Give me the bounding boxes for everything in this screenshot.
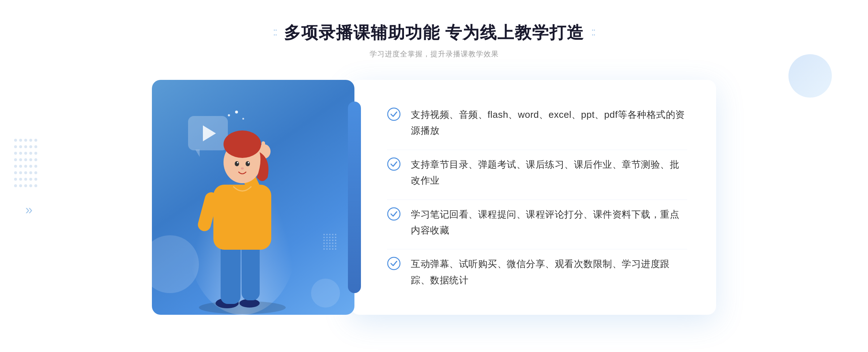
svg-point-38	[29, 184, 32, 187]
main-content: 支持视频、音频、flash、word、excel、ppt、pdf等各种格式的资源…	[152, 80, 716, 315]
svg-point-26	[19, 171, 22, 174]
decorative-circle-top-right	[788, 54, 832, 98]
svg-point-2	[24, 139, 27, 142]
svg-point-15	[14, 158, 17, 161]
illustration-card	[152, 80, 354, 315]
svg-rect-44	[242, 242, 260, 300]
feature-text-2: 支持章节目录、弹题考试、课后练习、课后作业、章节测验、批改作业	[411, 156, 687, 188]
svg-point-11	[19, 152, 22, 155]
svg-point-54	[237, 162, 238, 163]
feature-item-2: 支持章节目录、弹题考试、课后练习、课后作业、章节测验、批改作业	[387, 150, 687, 195]
svg-point-39	[34, 184, 37, 187]
svg-point-8	[29, 145, 32, 148]
check-icon-4	[387, 257, 401, 270]
svg-point-3	[29, 139, 32, 142]
svg-point-18	[29, 158, 32, 161]
check-icon-2	[387, 157, 401, 171]
svg-point-23	[29, 165, 32, 168]
header-dots-left-icon: ⁚⁚	[273, 28, 277, 38]
feature-item-1: 支持视频、音频、flash、word、excel、ppt、pdf等各种格式的资源…	[387, 100, 687, 145]
svg-point-25	[14, 171, 17, 174]
page-title: 多项录播课辅助功能 专为线上教学打造	[284, 22, 584, 44]
svg-point-28	[29, 171, 32, 174]
check-icon-3	[387, 207, 401, 221]
svg-point-17	[24, 158, 27, 161]
svg-point-37	[24, 184, 27, 187]
svg-point-59	[388, 208, 400, 220]
feature-item-3: 学习笔记回看、课程提问、课程评论打分、课件资料下载，重点内容收藏	[387, 199, 687, 245]
svg-point-55	[248, 162, 249, 163]
svg-point-0	[14, 139, 17, 142]
svg-point-1	[19, 139, 22, 142]
svg-point-6	[19, 145, 22, 148]
dot-pattern-left	[13, 137, 38, 204]
check-icon-1	[387, 107, 401, 121]
svg-point-51	[224, 130, 261, 158]
svg-rect-43	[221, 242, 241, 304]
svg-point-22	[24, 165, 27, 168]
svg-point-58	[388, 158, 400, 170]
svg-point-60	[388, 257, 400, 270]
svg-point-14	[34, 152, 37, 155]
svg-point-36	[19, 184, 22, 187]
svg-point-34	[34, 178, 37, 181]
svg-point-12	[24, 152, 27, 155]
feature-item-4: 互动弹幕、试听购买、微信分享、观看次数限制、学习进度跟踪、数据统计	[387, 249, 687, 294]
features-card: 支持视频、音频、flash、word、excel、ppt、pdf等各种格式的资源…	[351, 80, 716, 315]
svg-point-19	[34, 158, 37, 161]
stripe-decoration	[323, 234, 336, 250]
svg-point-7	[24, 145, 27, 148]
svg-point-9	[34, 145, 37, 148]
vertical-accent-bar	[348, 102, 361, 293]
chevron-left-icon: »	[25, 202, 33, 218]
feature-text-4: 互动弹幕、试听购买、微信分享、观看次数限制、学习进度跟踪、数据统计	[411, 256, 687, 288]
svg-point-52	[235, 161, 239, 166]
header-dots-right-icon: ⁚⁚	[591, 28, 595, 38]
person-illustration	[170, 105, 322, 315]
svg-point-21	[19, 165, 22, 168]
svg-point-4	[34, 139, 37, 142]
feature-text-1: 支持视频、音频、flash、word、excel、ppt、pdf等各种格式的资源…	[411, 107, 687, 138]
feature-text-3: 学习笔记回看、课程提问、课程评论打分、课件资料下载，重点内容收藏	[411, 206, 687, 238]
svg-rect-49	[261, 141, 265, 153]
svg-point-31	[19, 178, 22, 181]
page-header: ⁚⁚ 多项录播课辅助功能 专为线上教学打造 ⁚⁚ 学习进度全掌握，提升录播课教学…	[273, 22, 595, 59]
svg-point-16	[19, 158, 22, 161]
svg-point-5	[14, 145, 17, 148]
svg-point-32	[24, 178, 27, 181]
svg-point-20	[14, 165, 17, 168]
svg-point-13	[29, 152, 32, 155]
svg-point-56	[241, 167, 244, 169]
svg-point-24	[34, 165, 37, 168]
svg-point-35	[14, 184, 17, 187]
svg-point-10	[14, 152, 17, 155]
svg-point-30	[14, 178, 17, 181]
svg-point-57	[388, 108, 400, 120]
svg-point-29	[34, 171, 37, 174]
svg-point-33	[29, 178, 32, 181]
svg-point-27	[24, 171, 27, 174]
page-subtitle: 学习进度全掌握，提升录播课教学效果	[273, 49, 595, 59]
svg-point-53	[246, 161, 250, 166]
